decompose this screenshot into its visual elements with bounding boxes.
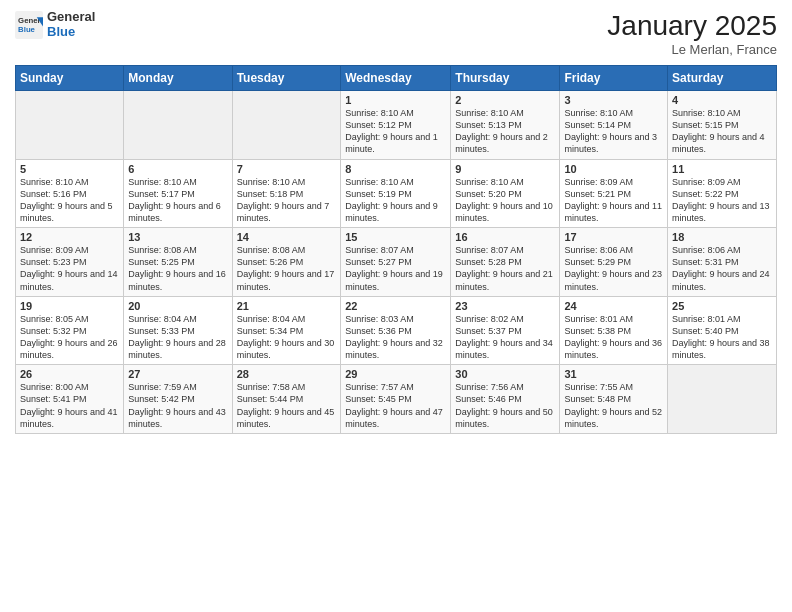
calendar-cell: 20Sunrise: 8:04 AM Sunset: 5:33 PM Dayli… (124, 296, 232, 365)
calendar-header-tuesday: Tuesday (232, 66, 341, 91)
day-number: 6 (128, 163, 227, 175)
calendar-header-monday: Monday (124, 66, 232, 91)
day-number: 8 (345, 163, 446, 175)
calendar-cell: 28Sunrise: 7:58 AM Sunset: 5:44 PM Dayli… (232, 365, 341, 434)
cell-content: Sunrise: 7:57 AM Sunset: 5:45 PM Dayligh… (345, 381, 446, 430)
calendar-cell: 23Sunrise: 8:02 AM Sunset: 5:37 PM Dayli… (451, 296, 560, 365)
calendar-header-wednesday: Wednesday (341, 66, 451, 91)
calendar-cell (668, 365, 777, 434)
calendar-cell: 14Sunrise: 8:08 AM Sunset: 5:26 PM Dayli… (232, 228, 341, 297)
logo-text-blue: Blue (47, 25, 95, 40)
page: General Blue General Blue January 2025 L… (0, 0, 792, 612)
calendar-cell: 24Sunrise: 8:01 AM Sunset: 5:38 PM Dayli… (560, 296, 668, 365)
day-number: 27 (128, 368, 227, 380)
calendar-cell: 15Sunrise: 8:07 AM Sunset: 5:27 PM Dayli… (341, 228, 451, 297)
day-number: 20 (128, 300, 227, 312)
calendar-cell: 17Sunrise: 8:06 AM Sunset: 5:29 PM Dayli… (560, 228, 668, 297)
cell-content: Sunrise: 8:01 AM Sunset: 5:40 PM Dayligh… (672, 313, 772, 362)
day-number: 10 (564, 163, 663, 175)
calendar-cell: 22Sunrise: 8:03 AM Sunset: 5:36 PM Dayli… (341, 296, 451, 365)
cell-content: Sunrise: 7:59 AM Sunset: 5:42 PM Dayligh… (128, 381, 227, 430)
day-number: 13 (128, 231, 227, 243)
calendar-cell: 8Sunrise: 8:10 AM Sunset: 5:19 PM Daylig… (341, 159, 451, 228)
cell-content: Sunrise: 8:10 AM Sunset: 5:13 PM Dayligh… (455, 107, 555, 156)
calendar-week-row: 12Sunrise: 8:09 AM Sunset: 5:23 PM Dayli… (16, 228, 777, 297)
calendar-cell: 2Sunrise: 8:10 AM Sunset: 5:13 PM Daylig… (451, 91, 560, 160)
calendar-cell: 3Sunrise: 8:10 AM Sunset: 5:14 PM Daylig… (560, 91, 668, 160)
cell-content: Sunrise: 8:00 AM Sunset: 5:41 PM Dayligh… (20, 381, 119, 430)
cell-content: Sunrise: 8:10 AM Sunset: 5:15 PM Dayligh… (672, 107, 772, 156)
cell-content: Sunrise: 8:07 AM Sunset: 5:28 PM Dayligh… (455, 244, 555, 293)
cell-content: Sunrise: 8:04 AM Sunset: 5:34 PM Dayligh… (237, 313, 337, 362)
calendar-week-row: 26Sunrise: 8:00 AM Sunset: 5:41 PM Dayli… (16, 365, 777, 434)
calendar-table: SundayMondayTuesdayWednesdayThursdayFrid… (15, 65, 777, 434)
calendar-header-row: SundayMondayTuesdayWednesdayThursdayFrid… (16, 66, 777, 91)
cell-content: Sunrise: 8:02 AM Sunset: 5:37 PM Dayligh… (455, 313, 555, 362)
day-number: 11 (672, 163, 772, 175)
calendar-cell: 12Sunrise: 8:09 AM Sunset: 5:23 PM Dayli… (16, 228, 124, 297)
cell-content: Sunrise: 8:08 AM Sunset: 5:26 PM Dayligh… (237, 244, 337, 293)
day-number: 2 (455, 94, 555, 106)
calendar-cell: 7Sunrise: 8:10 AM Sunset: 5:18 PM Daylig… (232, 159, 341, 228)
day-number: 29 (345, 368, 446, 380)
day-number: 7 (237, 163, 337, 175)
cell-content: Sunrise: 8:10 AM Sunset: 5:19 PM Dayligh… (345, 176, 446, 225)
calendar-cell: 11Sunrise: 8:09 AM Sunset: 5:22 PM Dayli… (668, 159, 777, 228)
calendar-cell: 13Sunrise: 8:08 AM Sunset: 5:25 PM Dayli… (124, 228, 232, 297)
cell-content: Sunrise: 8:06 AM Sunset: 5:31 PM Dayligh… (672, 244, 772, 293)
day-number: 21 (237, 300, 337, 312)
cell-content: Sunrise: 8:05 AM Sunset: 5:32 PM Dayligh… (20, 313, 119, 362)
calendar-cell: 9Sunrise: 8:10 AM Sunset: 5:20 PM Daylig… (451, 159, 560, 228)
cell-content: Sunrise: 8:03 AM Sunset: 5:36 PM Dayligh… (345, 313, 446, 362)
day-number: 30 (455, 368, 555, 380)
cell-content: Sunrise: 8:10 AM Sunset: 5:16 PM Dayligh… (20, 176, 119, 225)
calendar-cell: 27Sunrise: 7:59 AM Sunset: 5:42 PM Dayli… (124, 365, 232, 434)
logo-text-general: General (47, 10, 95, 25)
cell-content: Sunrise: 8:06 AM Sunset: 5:29 PM Dayligh… (564, 244, 663, 293)
calendar-cell (232, 91, 341, 160)
calendar-cell: 10Sunrise: 8:09 AM Sunset: 5:21 PM Dayli… (560, 159, 668, 228)
day-number: 19 (20, 300, 119, 312)
cell-content: Sunrise: 7:58 AM Sunset: 5:44 PM Dayligh… (237, 381, 337, 430)
cell-content: Sunrise: 7:56 AM Sunset: 5:46 PM Dayligh… (455, 381, 555, 430)
calendar-week-row: 5Sunrise: 8:10 AM Sunset: 5:16 PM Daylig… (16, 159, 777, 228)
day-number: 15 (345, 231, 446, 243)
calendar-cell: 29Sunrise: 7:57 AM Sunset: 5:45 PM Dayli… (341, 365, 451, 434)
calendar-cell: 4Sunrise: 8:10 AM Sunset: 5:15 PM Daylig… (668, 91, 777, 160)
cell-content: Sunrise: 8:10 AM Sunset: 5:18 PM Dayligh… (237, 176, 337, 225)
calendar-cell: 25Sunrise: 8:01 AM Sunset: 5:40 PM Dayli… (668, 296, 777, 365)
cell-content: Sunrise: 8:09 AM Sunset: 5:21 PM Dayligh… (564, 176, 663, 225)
day-number: 17 (564, 231, 663, 243)
day-number: 25 (672, 300, 772, 312)
cell-content: Sunrise: 8:09 AM Sunset: 5:23 PM Dayligh… (20, 244, 119, 293)
calendar-cell: 6Sunrise: 8:10 AM Sunset: 5:17 PM Daylig… (124, 159, 232, 228)
calendar-cell: 26Sunrise: 8:00 AM Sunset: 5:41 PM Dayli… (16, 365, 124, 434)
day-number: 23 (455, 300, 555, 312)
cell-content: Sunrise: 8:04 AM Sunset: 5:33 PM Dayligh… (128, 313, 227, 362)
calendar-week-row: 19Sunrise: 8:05 AM Sunset: 5:32 PM Dayli… (16, 296, 777, 365)
logo-icon: General Blue (15, 11, 43, 39)
calendar-header-sunday: Sunday (16, 66, 124, 91)
day-number: 12 (20, 231, 119, 243)
month-title: January 2025 (607, 10, 777, 42)
day-number: 22 (345, 300, 446, 312)
calendar-cell: 30Sunrise: 7:56 AM Sunset: 5:46 PM Dayli… (451, 365, 560, 434)
calendar-week-row: 1Sunrise: 8:10 AM Sunset: 5:12 PM Daylig… (16, 91, 777, 160)
calendar-header-saturday: Saturday (668, 66, 777, 91)
day-number: 4 (672, 94, 772, 106)
cell-content: Sunrise: 8:07 AM Sunset: 5:27 PM Dayligh… (345, 244, 446, 293)
day-number: 16 (455, 231, 555, 243)
day-number: 24 (564, 300, 663, 312)
title-block: January 2025 Le Merlan, France (607, 10, 777, 57)
day-number: 3 (564, 94, 663, 106)
day-number: 28 (237, 368, 337, 380)
cell-content: Sunrise: 8:10 AM Sunset: 5:17 PM Dayligh… (128, 176, 227, 225)
day-number: 1 (345, 94, 446, 106)
cell-content: Sunrise: 8:10 AM Sunset: 5:20 PM Dayligh… (455, 176, 555, 225)
day-number: 5 (20, 163, 119, 175)
cell-content: Sunrise: 7:55 AM Sunset: 5:48 PM Dayligh… (564, 381, 663, 430)
calendar-cell: 16Sunrise: 8:07 AM Sunset: 5:28 PM Dayli… (451, 228, 560, 297)
calendar-cell (16, 91, 124, 160)
day-number: 18 (672, 231, 772, 243)
logo: General Blue General Blue (15, 10, 95, 40)
